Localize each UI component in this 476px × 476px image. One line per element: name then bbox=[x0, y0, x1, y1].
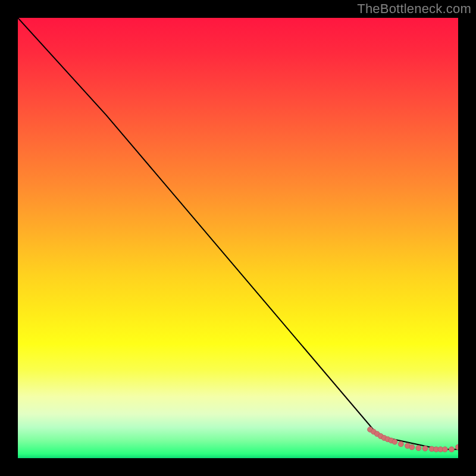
chart-overlay bbox=[18, 18, 458, 458]
plot-area bbox=[18, 18, 458, 458]
scatter-dot bbox=[416, 446, 421, 451]
scatter-dot bbox=[449, 447, 454, 452]
scatter-dot bbox=[409, 444, 415, 450]
scatter-dot bbox=[422, 446, 428, 451]
watermark-text: TheBottleneck.com bbox=[357, 1, 471, 17]
scatter-dots bbox=[368, 427, 459, 452]
scatter-dot bbox=[392, 439, 397, 444]
scatter-dot bbox=[442, 447, 447, 452]
chart-frame: TheBottleneck.com bbox=[0, 0, 476, 476]
curve-line bbox=[18, 18, 458, 449]
scatter-dot bbox=[398, 441, 403, 447]
